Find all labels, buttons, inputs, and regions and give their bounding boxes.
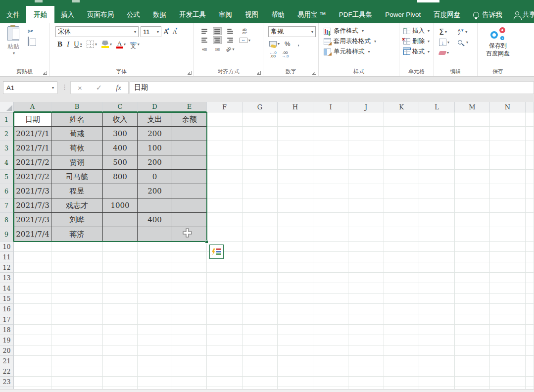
cell-J1[interactable] xyxy=(348,112,384,127)
cell-F4[interactable] xyxy=(207,155,243,170)
cell-I14[interactable] xyxy=(313,283,348,294)
cell-I11[interactable] xyxy=(313,252,348,262)
cell-E15[interactable] xyxy=(172,294,207,304)
cell-C16[interactable] xyxy=(103,304,138,314)
cell-E10[interactable] xyxy=(172,242,207,252)
cell-J11[interactable] xyxy=(348,252,384,262)
cell-M2[interactable] xyxy=(455,127,490,141)
cell-M17[interactable] xyxy=(455,314,490,325)
cell-B7[interactable]: 戏志才 xyxy=(51,198,103,213)
cell-H15[interactable] xyxy=(278,294,313,304)
cell-C3[interactable]: 400 xyxy=(103,141,138,155)
cell-I17[interactable] xyxy=(313,314,348,325)
conditional-formatting-button[interactable]: 条件格式▾ xyxy=(324,27,397,35)
cell-N10[interactable] xyxy=(490,242,526,252)
cell-A16[interactable] xyxy=(14,304,51,314)
cell-E19[interactable] xyxy=(172,335,207,345)
cell-D6[interactable]: 200 xyxy=(138,184,172,198)
cell-E9[interactable] xyxy=(172,227,207,242)
sort-filter-button[interactable]: A▼Z▾ xyxy=(458,29,478,36)
cell-H12[interactable] xyxy=(278,262,313,273)
cell-F6[interactable] xyxy=(207,184,243,198)
cell-I7[interactable] xyxy=(313,198,348,213)
cell-I21[interactable] xyxy=(313,356,348,366)
cell-A12[interactable] xyxy=(14,262,51,273)
align-center-button[interactable] xyxy=(213,37,221,44)
cell-B6[interactable]: 程昱 xyxy=(51,184,103,198)
cell-I10[interactable] xyxy=(313,242,348,252)
row-header-23[interactable]: 23 xyxy=(0,377,14,387)
formula-bar-splitter[interactable]: ⋮ xyxy=(61,83,68,91)
select-all-corner[interactable] xyxy=(0,102,14,112)
cell-O4[interactable] xyxy=(526,155,534,170)
cell-G18[interactable] xyxy=(243,325,278,335)
cell-E2[interactable] xyxy=(172,127,207,141)
cell-C14[interactable] xyxy=(103,283,138,294)
cell-M18[interactable] xyxy=(455,325,490,335)
row-header-15[interactable]: 15 xyxy=(0,294,14,304)
cell-A15[interactable] xyxy=(14,294,51,304)
row-header-5[interactable]: 5 xyxy=(0,170,14,184)
cell-C2[interactable]: 300 xyxy=(103,127,138,141)
cell-D21[interactable] xyxy=(138,356,172,366)
column-header-N[interactable]: N xyxy=(490,102,526,112)
cell-H7[interactable] xyxy=(278,198,313,213)
cell-D12[interactable] xyxy=(138,262,172,273)
bold-button[interactable]: B xyxy=(57,40,62,49)
tab-formulas[interactable]: 公式 xyxy=(120,6,146,23)
cell-E3[interactable] xyxy=(172,141,207,155)
cell-B8[interactable]: 刘晔 xyxy=(51,213,103,227)
column-header-K[interactable]: K xyxy=(384,102,419,112)
percent-style-button[interactable]: % xyxy=(285,40,291,48)
number-dialog-launcher[interactable] xyxy=(312,71,316,75)
cell-A17[interactable] xyxy=(14,314,51,325)
cell-L16[interactable] xyxy=(419,304,455,314)
cell-J8[interactable] xyxy=(348,213,384,227)
cell-N6[interactable] xyxy=(490,184,526,198)
cell-L10[interactable] xyxy=(419,242,455,252)
cell-D2[interactable]: 200 xyxy=(138,127,172,141)
cell-K20[interactable] xyxy=(384,345,419,356)
cell-G17[interactable] xyxy=(243,314,278,325)
cell-C8[interactable] xyxy=(103,213,138,227)
cell-D17[interactable] xyxy=(138,314,172,325)
row-header-7[interactable]: 7 xyxy=(0,198,14,213)
cell-A2[interactable]: 2021/7/1 xyxy=(14,127,51,141)
cell-K6[interactable] xyxy=(384,184,419,198)
cell-N21[interactable] xyxy=(490,356,526,366)
tab-tell-me[interactable]: 告诉我 xyxy=(467,6,509,23)
font-name-combobox[interactable]: 宋体▾ xyxy=(55,26,139,37)
cell-K9[interactable] xyxy=(384,227,419,242)
cell-M21[interactable] xyxy=(455,356,490,366)
cell-C10[interactable] xyxy=(103,242,138,252)
cell-A10[interactable] xyxy=(14,242,51,252)
cell-J6[interactable] xyxy=(348,184,384,198)
cell-H8[interactable] xyxy=(278,213,313,227)
tab-yiyongbao[interactable]: 易用宝 ™ xyxy=(291,6,333,23)
row-header-17[interactable]: 17 xyxy=(0,314,14,325)
cell-E11[interactable] xyxy=(172,252,207,262)
cell-K23[interactable] xyxy=(384,377,419,387)
cell-B3[interactable]: 荀攸 xyxy=(51,141,103,155)
cell-H4[interactable] xyxy=(278,155,313,170)
cell-N14[interactable] xyxy=(490,283,526,294)
cell-G5[interactable] xyxy=(243,170,278,184)
cell-A20[interactable] xyxy=(14,345,51,356)
cell-G7[interactable] xyxy=(243,198,278,213)
row-header-18[interactable]: 18 xyxy=(0,325,14,335)
cell-C13[interactable] xyxy=(103,273,138,283)
cell-L15[interactable] xyxy=(419,294,455,304)
cell-M8[interactable] xyxy=(455,213,490,227)
cut-button[interactable]: ✂ xyxy=(28,27,34,35)
cell-C21[interactable] xyxy=(103,356,138,366)
cell-L20[interactable] xyxy=(419,345,455,356)
cell-O21[interactable] xyxy=(526,356,534,366)
cell-A4[interactable]: 2021/7/2 xyxy=(14,155,51,170)
cell-K15[interactable] xyxy=(384,294,419,304)
cell-F22[interactable] xyxy=(207,366,243,377)
cell-N16[interactable] xyxy=(490,304,526,314)
cell-D14[interactable] xyxy=(138,283,172,294)
cell-F21[interactable] xyxy=(207,356,243,366)
cell-E7[interactable] xyxy=(172,198,207,213)
cell-B10[interactable] xyxy=(51,242,103,252)
